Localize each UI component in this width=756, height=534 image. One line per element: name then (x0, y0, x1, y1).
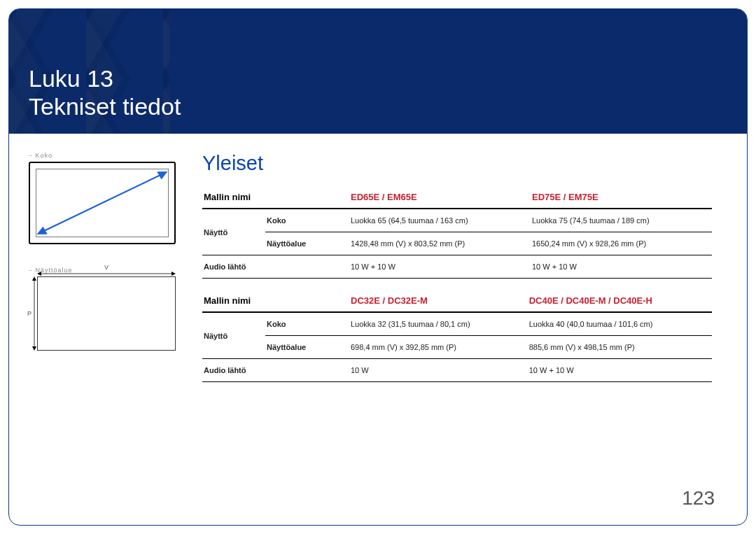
content-row: Koko Näyttöalue V (9, 134, 747, 393)
row-naytto: Näyttö (202, 209, 265, 255)
col-model-b: ED75E / EM75E (531, 186, 712, 209)
cell-value: Luokka 65 (64,5 tuumaa / 163 cm) (349, 209, 531, 232)
col-model-a: ED65E / EM65E (349, 186, 531, 209)
table-row: Näyttö Koko Luokka 32 (31,5 tuumaa / 80,… (202, 312, 712, 336)
svg-line-0 (41, 174, 164, 232)
dimension-v-arrow-icon (37, 271, 176, 272)
spec-table-1: Mallin nimi ED65E / EM65E ED75E / EM75E … (202, 186, 712, 279)
col-model-b: DC40E / DC40E-M / DC40E-H (528, 290, 712, 312)
side-diagrams: Koko Näyttöalue V (29, 152, 183, 393)
table-row: Näyttöalue 1428,48 mm (V) x 803,52 mm (P… (202, 232, 712, 255)
spec-main: Yleiset Mallin nimi ED65E / EM65E ED75E … (202, 152, 712, 393)
diagonal-arrow-icon (36, 169, 169, 237)
table-row: Näyttöalue 698,4 mm (V) x 392,85 mm (P) … (202, 336, 712, 359)
banner-title-group: Luku 13 Tekniset tiedot (29, 66, 181, 120)
cell-value: 1650,24 mm (V) x 928,26 mm (P) (531, 232, 712, 255)
dimension-v-label: V (37, 264, 176, 271)
table-header-row: Mallin nimi DC32E / DC32E-M DC40E / DC40… (202, 290, 712, 312)
cell-value: 698,4 mm (V) x 392,85 mm (P) (349, 336, 528, 359)
table-header-row: Mallin nimi ED65E / EM65E ED75E / EM75E (202, 186, 712, 209)
cell-value: 10 W + 10 W (531, 255, 712, 279)
dimension-p-arrow-icon (31, 276, 37, 351)
page-number: 123 (682, 487, 715, 510)
cell-value: 10 W (349, 359, 528, 382)
chapter-banner: Luku 13 Tekniset tiedot (9, 9, 747, 134)
col-mallin-nimi: Mallin nimi (202, 290, 349, 312)
page-frame: Luku 13 Tekniset tiedot Koko (8, 8, 748, 526)
col-model-a: DC32E / DC32E-M (349, 290, 528, 312)
row-koko: Koko (265, 312, 349, 336)
cell-value: 1428,48 mm (V) x 803,52 mm (P) (349, 232, 531, 255)
row-audio: Audio lähtö (202, 359, 349, 382)
chapter-label: Luku 13 (29, 66, 181, 92)
cell-value: Luokka 32 (31,5 tuumaa / 80,1 cm) (349, 312, 528, 336)
row-nayttoalue: Näyttöalue (265, 336, 349, 359)
row-audio: Audio lähtö (202, 255, 349, 279)
section-heading-yleiset: Yleiset (202, 152, 712, 175)
col-mallin-nimi: Mallin nimi (202, 186, 349, 209)
row-koko: Koko (265, 209, 349, 232)
row-naytto: Näyttö (202, 312, 265, 359)
cell-value: 885,6 mm (V) x 498,15 mm (P) (528, 336, 712, 359)
koko-caption: Koko (29, 152, 183, 159)
cell-value: 10 W + 10 W (528, 359, 712, 382)
table-row: Näyttö Koko Luokka 65 (64,5 tuumaa / 163… (202, 209, 712, 232)
size-diagram (29, 162, 176, 244)
table-row: Audio lähtö 10 W 10 W + 10 W (202, 359, 712, 382)
cell-value: Luokka 75 (74,5 tuumaa / 189 cm) (531, 209, 712, 232)
chapter-title: Tekniset tiedot (29, 94, 181, 120)
spec-table-2: Mallin nimi DC32E / DC32E-M DC40E / DC40… (202, 290, 712, 382)
row-nayttoalue: Näyttöalue (265, 232, 349, 255)
cell-value: Luokka 40 (40,0 tuumaa / 101,6 cm) (528, 312, 712, 336)
cell-value: 10 W + 10 W (349, 255, 531, 279)
table-row: Audio lähtö 10 W + 10 W 10 W + 10 W (202, 255, 712, 279)
display-area-diagram: V P (37, 276, 176, 351)
